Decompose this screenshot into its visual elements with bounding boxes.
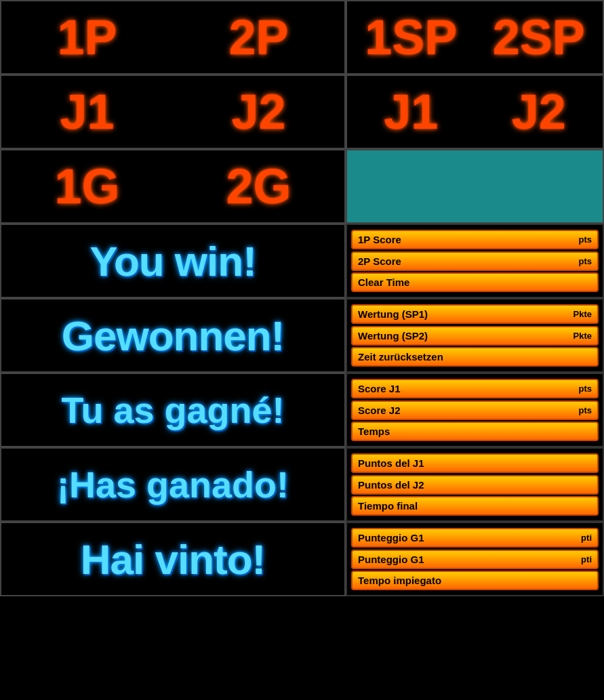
row3-1g-2g: 1G 2G: [0, 149, 346, 224]
info-panel-de: Wertung (SP1) Pkte Wertung (SP2) Pkte Ze…: [346, 298, 604, 373]
score-bar-j2: Score J2 pts: [351, 400, 599, 420]
label-1g: 1G: [54, 159, 119, 214]
win-text-es: ¡Has ganado!: [57, 464, 289, 506]
score-bar-sp1-label: Wertung (SP1): [358, 308, 428, 320]
score-bar-puntos-j2-label: Puntos del J2: [358, 479, 424, 491]
score-bar-punteggio-g1a-suffix: pti: [581, 533, 592, 543]
score-bar-punteggio-g1b-suffix: pti: [581, 554, 592, 564]
win-es: ¡Has ganado!: [0, 447, 346, 522]
info-panel-en: 1P Score pts 2P Score pts Clear Time: [346, 224, 604, 298]
info-panel-fr: Score J1 pts Score J2 pts Temps: [346, 373, 604, 447]
score-bar-zeit: Zeit zurücksetzen: [351, 347, 599, 367]
score-bar-puntos-j1-label: Puntos del J1: [358, 457, 424, 469]
win-en: You win!: [0, 224, 346, 298]
row3-teal: [346, 149, 604, 224]
score-bar-tempo: Tempo impiegato: [351, 571, 599, 590]
score-bar-j1-label: Score J1: [358, 383, 401, 394]
score-bar-tiempo: Tiempo final: [351, 496, 599, 516]
score-bar-j2-label: Score J2: [358, 405, 401, 416]
score-bar-2p-suffix: pts: [579, 256, 592, 266]
score-bar-zeit-label: Zeit zurücksetzen: [358, 351, 443, 363]
label-1sp: 1SP: [365, 9, 457, 65]
score-bar-punteggio-g1b: Punteggio G1 pti: [351, 550, 599, 569]
score-bar-punteggio-g1a-label: Punteggio G1: [358, 532, 424, 543]
score-bar-punteggio-g1b-label: Punteggio G1: [358, 554, 424, 565]
row2-j1-j2-right: J1 J2: [346, 75, 604, 149]
score-bar-2p: 2P Score pts: [351, 251, 599, 271]
score-bar-1p: 1P Score pts: [351, 230, 599, 249]
win-text-it: Hai vinto!: [81, 535, 265, 583]
score-bar-1p-suffix: pts: [579, 234, 592, 245]
win-text-en: You win!: [89, 237, 256, 285]
win-text-fr: Tu as gagné!: [61, 389, 284, 431]
score-bar-temps-label: Temps: [358, 426, 390, 437]
score-bar-sp1-suffix: Pkte: [573, 309, 592, 319]
score-bar-puntos-j1: Puntos del J1: [351, 453, 599, 473]
score-bar-punteggio-g1a: Punteggio G1 pti: [351, 528, 599, 548]
win-fr: Tu as gagné!: [0, 373, 346, 447]
score-bar-sp2: Wertung (SP2) Pkte: [351, 326, 599, 346]
label-1p: 1P: [57, 9, 117, 65]
score-bar-j2-suffix: pts: [579, 405, 592, 415]
label-j1-left: J1: [60, 84, 114, 140]
label-j2-left: J2: [231, 84, 285, 140]
score-bar-puntos-j2: Puntos del J2: [351, 475, 599, 495]
score-bar-2p-label: 2P Score: [358, 255, 401, 267]
header-1sp-2sp: 1SP 2SP: [346, 0, 604, 75]
score-bar-1p-label: 1P Score: [358, 234, 401, 245]
score-bar-sp2-suffix: Pkte: [573, 331, 592, 341]
score-bar-sp2-label: Wertung (SP2): [358, 330, 428, 342]
win-de: Gewonnen!: [0, 298, 346, 373]
row2-j1-j2-left: J1 J2: [0, 75, 346, 149]
score-bar-sp1: Wertung (SP1) Pkte: [351, 304, 599, 324]
info-panel-it: Punteggio G1 pti Punteggio G1 pti Tempo …: [346, 522, 604, 596]
win-it: Hai vinto!: [0, 522, 346, 596]
label-2sp: 2SP: [493, 9, 585, 65]
score-bar-j1: Score J1 pts: [351, 379, 599, 398]
score-bar-clear-time: Clear Time: [351, 272, 599, 292]
score-bar-clear-time-label: Clear Time: [358, 276, 409, 288]
info-panel-es: Puntos del J1 Puntos del J2 Tiempo final: [346, 447, 604, 522]
label-2p: 2P: [228, 9, 288, 65]
score-bar-tempo-label: Tempo impiegato: [358, 575, 441, 586]
score-bar-temps: Temps: [351, 421, 599, 441]
score-bar-j1-suffix: pts: [579, 384, 592, 394]
win-text-de: Gewonnen!: [62, 312, 285, 360]
label-j2-right: J2: [512, 84, 566, 140]
label-2g: 2G: [226, 159, 291, 214]
header-1p-2p: 1P 2P: [0, 0, 346, 75]
score-bar-tiempo-label: Tiempo final: [358, 500, 418, 512]
label-j1-right: J1: [384, 84, 438, 140]
